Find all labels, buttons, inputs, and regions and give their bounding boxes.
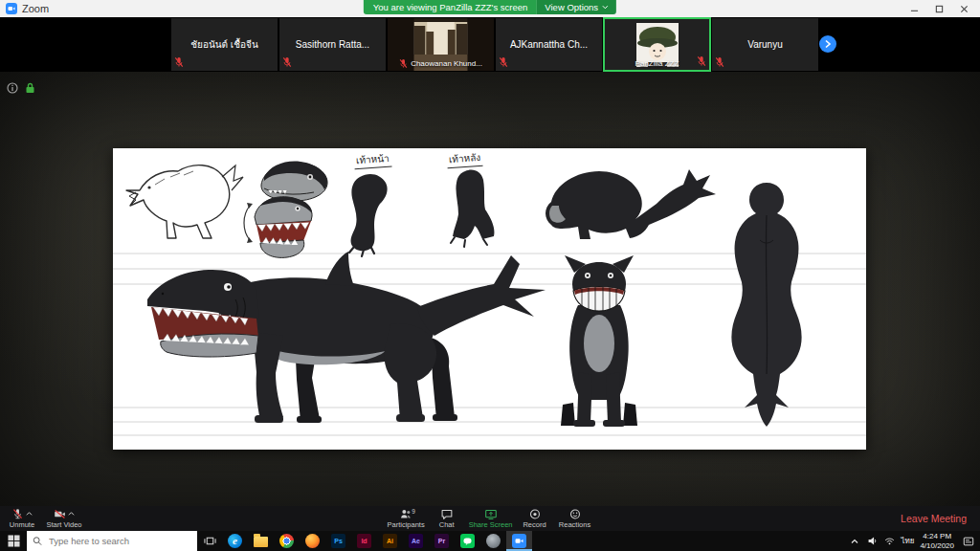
shared-design-canvas: เท้าหน้า เท้าหลัง — [113, 148, 866, 450]
start-button[interactable] — [0, 531, 27, 551]
record-icon — [528, 508, 541, 520]
chrome-app-icon[interactable] — [274, 531, 300, 551]
search-icon — [33, 536, 42, 546]
chat-icon — [440, 508, 453, 520]
participant-name: AJKannattha Ch... — [505, 39, 592, 50]
network-wifi-icon[interactable] — [883, 536, 895, 547]
action-center-icon[interactable] — [960, 531, 977, 551]
muted-mic-icon — [715, 56, 724, 68]
language-indicator[interactable]: ไทย — [901, 535, 914, 547]
chevron-up-icon[interactable] — [26, 511, 33, 517]
leave-meeting-button[interactable]: Leave Meeting — [901, 506, 980, 531]
share-screen-label: Share Screen — [469, 521, 513, 529]
character-design-sheet-drawing — [113, 148, 866, 450]
muted-mic-icon — [174, 56, 184, 68]
info-icon[interactable] — [7, 80, 18, 98]
share-banner-text: You are viewing PanZilla ZZZ's screen — [364, 0, 537, 14]
record-label: Record — [523, 521, 546, 529]
tray-chevron-up-icon[interactable] — [849, 536, 860, 547]
next-participants-button[interactable] — [819, 35, 836, 53]
close-icon[interactable] — [959, 4, 969, 13]
participant-tile[interactable]: ชัยอนันต์ เชื้อจีน — [170, 17, 278, 72]
screen-share-banner: You are viewing PanZilla ZZZ's screen Vi… — [364, 0, 616, 14]
window-title: Zoom — [22, 3, 49, 14]
hind-leg-annotation: เท้าหลัง — [446, 150, 482, 169]
search-input[interactable] — [47, 535, 191, 547]
task-view-icon — [204, 535, 216, 547]
zoom-app-icon — [6, 3, 17, 14]
taskbar-search-box[interactable] — [27, 531, 197, 551]
after-effects-app-icon[interactable]: Ae — [403, 531, 429, 551]
taskbar-clock[interactable]: 4:24 PM 4/10/2020 — [920, 532, 954, 550]
participant-name: Varunyu — [743, 39, 788, 50]
share-screen-button[interactable]: Share Screen — [469, 508, 513, 529]
firefox-app-icon[interactable] — [300, 531, 325, 551]
participant-strip: ชัยอนันต์ เชื้อจีน Sasithorn Ratta... — [0, 17, 980, 72]
participants-label: Participants — [387, 521, 424, 529]
participant-name: Sasithorn Ratta... — [291, 39, 374, 50]
chevron-right-icon — [824, 39, 832, 49]
participant-tile[interactable]: AJKannattha Ch... — [495, 17, 603, 72]
share-screen-icon — [484, 508, 497, 520]
task-view-button[interactable] — [197, 531, 222, 551]
edge-app-icon[interactable]: e — [222, 531, 248, 551]
windows-logo-icon — [8, 535, 20, 547]
participants-icon — [400, 508, 412, 520]
muted-mic-icon — [399, 58, 408, 69]
chat-button[interactable]: Chat — [429, 508, 465, 529]
muted-mic-icon — [282, 56, 292, 68]
video-off-icon — [54, 508, 66, 520]
chat-label: Chat — [439, 521, 455, 529]
maximize-icon[interactable] — [934, 4, 944, 13]
chevron-down-icon — [602, 5, 609, 10]
chevron-up-icon[interactable] — [68, 511, 75, 517]
photoshop-app-icon[interactable]: Ps — [325, 531, 351, 551]
unmute-button[interactable]: Unmute — [4, 508, 40, 529]
start-video-label: Start Video — [47, 521, 82, 529]
reactions-label: Reactions — [559, 521, 590, 529]
unmute-label: Unmute — [10, 521, 34, 529]
participant-name: Chaowanan Khund... — [411, 59, 482, 68]
start-video-button[interactable]: Start Video — [46, 508, 82, 529]
participant-name: PanZilla ZZZ — [635, 59, 679, 68]
indesign-app-icon[interactable]: Id — [351, 531, 377, 551]
muted-mic-icon — [697, 55, 706, 67]
shared-screen-stage: เท้าหน้า เท้าหลัง — [0, 72, 980, 506]
muted-mic-icon — [499, 56, 508, 68]
illustrator-app-icon[interactable]: Ai — [377, 531, 403, 551]
view-options-label: View Options — [545, 2, 598, 12]
reactions-smiley-icon — [568, 508, 581, 520]
zoom-meeting-toolbar: Unmute Start Video 9 Participants Chat S… — [0, 506, 980, 531]
system-tray: ไทย 4:24 PM 4/10/2020 — [849, 531, 980, 551]
camera-app-icon[interactable] — [480, 531, 506, 551]
front-leg-annotation: เท้าหน้า — [353, 151, 391, 170]
premiere-app-icon[interactable]: Pr — [429, 531, 455, 551]
participants-count-badge: 9 — [412, 509, 415, 516]
participant-tile-video[interactable]: Chaowanan Khund... — [387, 17, 495, 72]
participant-name: ชัยอนันต์ เชื้อจีน — [186, 37, 263, 52]
volume-icon[interactable] — [866, 536, 878, 547]
reactions-button[interactable]: Reactions — [557, 508, 593, 529]
windows-taskbar: e Ps Id Ai Ae Pr ไทย 4:24 PM 4/10/2020 — [0, 531, 980, 551]
participant-tile-active-speaker[interactable]: PanZilla ZZZ — [603, 17, 711, 72]
participants-button[interactable]: 9 Participants — [387, 508, 424, 529]
view-options-button[interactable]: View Options — [537, 0, 616, 14]
minimize-icon[interactable] — [909, 4, 919, 13]
file-explorer-app-icon[interactable] — [248, 531, 274, 551]
participant-tile[interactable]: Varunyu — [711, 17, 819, 72]
record-button[interactable]: Record — [517, 508, 553, 529]
mic-muted-icon — [11, 508, 24, 520]
clock-date: 4/10/2020 — [920, 541, 954, 551]
clock-time: 4:24 PM — [920, 532, 954, 541]
lock-icon — [25, 80, 35, 98]
participant-tile[interactable]: Sasithorn Ratta... — [278, 17, 387, 72]
line-app-icon[interactable] — [455, 531, 480, 551]
zoom-taskbar-app-icon[interactable] — [506, 531, 532, 551]
